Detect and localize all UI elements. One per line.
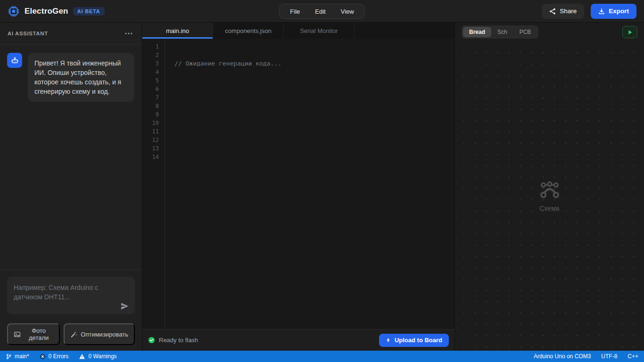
line-number: 2	[142, 51, 159, 59]
panel-title: AI ASSISTANT	[8, 31, 48, 36]
line-number: 9	[142, 110, 159, 119]
menu-edit[interactable]: Edit	[307, 6, 333, 17]
share-button[interactable]: Share	[542, 4, 584, 19]
wand-icon	[70, 331, 77, 338]
line-number: 14	[142, 153, 159, 161]
error-circle-icon	[40, 354, 46, 360]
tab-main-ino[interactable]: main.ino	[142, 23, 213, 39]
send-icon[interactable]	[119, 301, 130, 312]
code-line: // Ожидание генерации кода...	[174, 59, 454, 68]
code-editor: main.ino components.json Serial Monitor …	[142, 23, 455, 351]
topbar-actions: Share Export	[542, 4, 636, 19]
tab-label: components.json	[225, 27, 271, 34]
download-icon	[598, 8, 605, 15]
code-area[interactable]: 1234567891011121314 // Ожидание генераци…	[142, 39, 454, 329]
bolt-icon	[386, 337, 391, 343]
main-area: AI ASSISTANT	[0, 23, 644, 351]
optimize-button[interactable]: Оптимизировать	[64, 323, 135, 345]
tab-components-json[interactable]: components.json	[213, 23, 284, 39]
run-simulation-button[interactable]	[622, 26, 637, 38]
line-number: 6	[142, 85, 159, 93]
preview-panel: Bread Sch PCB	[455, 23, 644, 351]
assistant-message: Привет! Я твой инженерный ИИ. Опиши устр…	[7, 53, 135, 102]
app-title: ElectroGen	[25, 7, 68, 16]
encoding-item[interactable]: UTF-8	[601, 353, 617, 360]
prompt-input[interactable]	[7, 277, 135, 314]
optimize-label: Оптимизировать	[81, 331, 128, 338]
assistant-message-text: Привет! Я твой инженерный ИИ. Опиши устр…	[28, 53, 134, 102]
warnings-item[interactable]: 0 Warnings	[79, 353, 116, 360]
menu-view[interactable]: View	[333, 6, 362, 17]
ai-assistant-header: AI ASSISTANT	[0, 23, 142, 45]
canvas-placeholder-label: Схема	[539, 205, 559, 212]
statusbar-left: main* 0 Errors	[6, 353, 117, 360]
line-number: 8	[142, 102, 159, 110]
prompt-composer: Фото детали Оптимизировать	[0, 270, 142, 351]
line-number: 13	[142, 144, 159, 153]
line-number: 4	[142, 68, 159, 76]
status-bar: main* 0 Errors	[0, 351, 644, 362]
line-numbers: 1234567891011121314	[142, 39, 165, 329]
export-label: Export	[609, 8, 629, 15]
chat-history: Привет! Я твой инженерный ИИ. Опиши устр…	[0, 45, 142, 270]
tab-label: main.ino	[166, 27, 189, 34]
play-icon	[627, 30, 633, 35]
check-circle-icon	[148, 337, 155, 344]
tab-bread[interactable]: Bread	[463, 27, 491, 37]
warnings-label: 0 Warnings	[88, 353, 116, 360]
line-number: 5	[142, 76, 159, 85]
board-port-item[interactable]: Arduino Uno on COM3	[534, 353, 591, 360]
statusbar-right: Arduino Uno on COM3 UTF-8 C++	[534, 353, 638, 360]
menu-bar: File Edit View	[279, 4, 364, 19]
language-item[interactable]: C++	[627, 353, 638, 360]
upload-to-board-button[interactable]: Upload to Board	[379, 334, 449, 347]
app-window: ElectroGen AI BETA File Edit View Share	[0, 0, 644, 362]
view-mode-switcher: Bread Sch PCB	[462, 25, 538, 39]
errors-item[interactable]: 0 Errors	[40, 353, 69, 360]
line-number: 11	[142, 127, 159, 136]
upload-label: Upload to Board	[395, 337, 442, 344]
robot-icon	[7, 53, 22, 68]
flash-status: Ready to flash	[148, 337, 198, 344]
beta-badge: AI BETA	[73, 7, 105, 16]
share-label: Share	[560, 8, 577, 15]
line-number: 3	[142, 59, 159, 68]
warning-triangle-icon	[79, 354, 85, 360]
composer-actions: Фото детали Оптимизировать	[7, 323, 135, 345]
export-button[interactable]: Export	[591, 4, 636, 19]
editor-footer: Ready to flash Upload to Board	[142, 329, 454, 351]
git-branch-item[interactable]: main*	[6, 353, 29, 360]
tab-sch[interactable]: Sch	[491, 27, 513, 37]
ai-assistant-panel: AI ASSISTANT	[0, 23, 142, 351]
line-number: 12	[142, 136, 159, 144]
flash-status-label: Ready to flash	[159, 337, 198, 344]
tab-serial-monitor[interactable]: Serial Monitor	[284, 23, 355, 39]
schematic-canvas[interactable]: Схема	[455, 41, 644, 351]
branch-label: main*	[15, 353, 29, 360]
bezier-curve-icon	[539, 180, 561, 199]
line-number: 1	[142, 42, 159, 51]
menu-file[interactable]: File	[282, 6, 307, 17]
chip-icon	[8, 5, 20, 17]
brand: ElectroGen AI BETA	[8, 5, 105, 17]
image-icon	[14, 331, 21, 338]
code-content: // Ожидание генерации кода...	[165, 39, 454, 329]
share-icon	[549, 8, 556, 15]
line-number: 10	[142, 119, 159, 127]
editor-tab-bar: main.ino components.json Serial Monitor	[142, 23, 454, 39]
git-branch-icon	[6, 354, 12, 360]
ellipsis-icon[interactable]	[123, 31, 134, 36]
tab-label: Serial Monitor	[300, 27, 338, 34]
tab-pcb[interactable]: PCB	[513, 27, 537, 37]
top-bar: ElectroGen AI BETA File Edit View Share	[0, 0, 644, 23]
photo-part-label: Фото детали	[24, 327, 53, 341]
line-number: 7	[142, 93, 159, 102]
photo-part-button[interactable]: Фото детали	[7, 323, 60, 345]
preview-header: Bread Sch PCB	[455, 23, 644, 41]
errors-label: 0 Errors	[49, 353, 69, 360]
